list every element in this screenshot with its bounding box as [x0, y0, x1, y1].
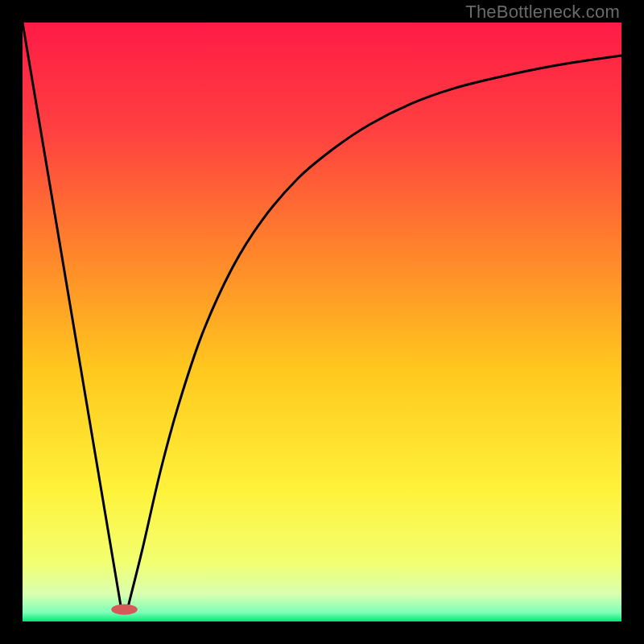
chart-frame — [23, 23, 621, 621]
watermark-text: TheBottleneck.com — [465, 2, 620, 23]
gradient-background — [23, 23, 621, 621]
minimum-marker — [111, 604, 138, 614]
bottleneck-chart — [23, 23, 621, 621]
